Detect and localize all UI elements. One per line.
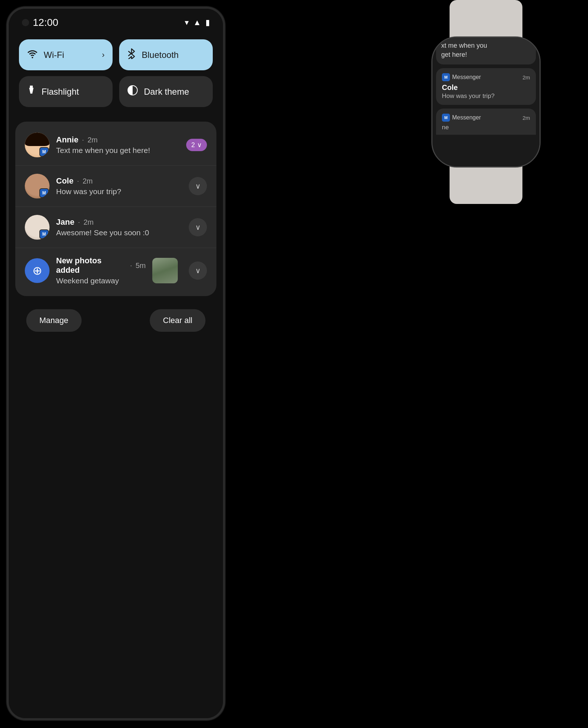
wifi-status-icon: ▾ [185, 18, 189, 27]
quick-settings-panel: Wi-Fi › Bluetooth [9, 32, 223, 117]
notif-dot-cole: · [77, 177, 79, 185]
notif-badge-count[interactable]: 2 ∨ [186, 139, 207, 151]
photos-thumbnail [152, 258, 178, 283]
svg-rect-1 [30, 92, 32, 94]
messenger-badge-icon: M [42, 149, 46, 154]
watch-time-partial: 2m [522, 115, 530, 121]
watch-notif-header-partial: M Messenger 2m [442, 114, 530, 122]
notif-message-jane: Awesome! See you soon :0 [56, 228, 182, 237]
notif-sender-photos: New photos added [56, 256, 126, 275]
notif-badge-chevron: ∨ [197, 141, 202, 149]
notif-header-jane: Jane · 2m [56, 217, 182, 227]
notif-sender-annie: Annie [56, 135, 78, 145]
messenger-badge-cole: M [39, 188, 49, 198]
notifications-panel: M Annie · 2m Text me when you get here! … [15, 122, 216, 296]
avatar-cole: M [25, 174, 50, 198]
avatar-annie: M [25, 133, 50, 157]
watch-app-info-partial: M Messenger [442, 114, 481, 122]
expand-chevron-cole: ∨ [195, 182, 201, 190]
status-right: ▾ ▲ ▮ [185, 18, 210, 27]
notification-cole[interactable]: M Cole · 2m How was your trip? ∨ [15, 166, 216, 207]
wifi-label: Wi-Fi [44, 50, 64, 60]
flashlight-label: Flashlight [42, 87, 79, 97]
qs-tile-flashlight[interactable]: Flashlight [19, 76, 113, 107]
notif-header-photos: New photos added · 5m [56, 256, 146, 275]
notif-content-cole: Cole · 2m How was your trip? [56, 176, 182, 196]
manage-button[interactable]: Manage [26, 309, 82, 332]
notification-photos[interactable]: ⊕ New photos added · 5m Weekend getaway … [15, 248, 216, 293]
notif-dot-jane: · [78, 219, 80, 226]
qs-tile-wifi[interactable]: Wi-Fi › [19, 39, 113, 70]
clear-all-button[interactable]: Clear all [150, 309, 205, 332]
notif-time-cole: 2m [83, 177, 93, 185]
avatar-photos: ⊕ [25, 258, 50, 283]
watch-case: xt me when youget here! M Messenger 2m C… [431, 36, 541, 168]
watch-notif-header-cole: M Messenger 2m [442, 73, 530, 81]
photos-icon: ⊕ [32, 264, 42, 278]
front-camera [22, 19, 29, 26]
phone-screen: 12:00 ▾ ▲ ▮ [9, 9, 223, 718]
notif-content-jane: Jane · 2m Awesome! See you soon :0 [56, 217, 182, 237]
flashlight-icon [27, 85, 36, 98]
notif-time-annie: 2m [87, 136, 98, 144]
watch-device: xt me when youget here! M Messenger 2m C… [391, 0, 581, 204]
expand-chevron-photos: ∨ [195, 266, 201, 275]
notif-content-annie: Annie · 2m Text me when you get here! [56, 135, 180, 155]
notif-message-photos: Weekend getaway [56, 276, 146, 285]
phone-device: 12:00 ▾ ▲ ▮ [7, 7, 225, 720]
status-left: 12:00 [22, 17, 58, 28]
watch-sender-cole: Cole [442, 83, 530, 92]
expand-btn-cole[interactable]: ∨ [189, 177, 207, 195]
wifi-icon [27, 49, 38, 61]
expand-btn-photos[interactable]: ∨ [189, 261, 207, 280]
watch-app-name-partial: Messenger [452, 114, 481, 121]
notif-header-annie: Annie · 2m [56, 135, 180, 145]
watch-partial-text: xt me when youget here! [441, 41, 531, 59]
watch-time-cole: 2m [522, 74, 530, 80]
notif-content-photos: New photos added · 5m Weekend getaway [56, 256, 146, 285]
watch-notif-cole: M Messenger 2m Cole How was your trip? [436, 68, 536, 105]
status-bar: 12:00 ▾ ▲ ▮ [9, 9, 223, 32]
qs-tile-bluetooth[interactable]: Bluetooth [119, 39, 213, 70]
notification-actions: Manage Clear all [15, 299, 216, 337]
expand-chevron-jane: ∨ [195, 223, 201, 232]
watch-app-name-cole: Messenger [452, 74, 481, 80]
status-time: 12:00 [33, 17, 58, 28]
qs-row-1: Wi-Fi › Bluetooth [19, 39, 213, 70]
notification-annie[interactable]: M Annie · 2m Text me when you get here! … [15, 125, 216, 166]
watch-app-info-cole: M Messenger [442, 73, 481, 81]
messenger-badge-annie: M [39, 147, 49, 157]
avatar-jane: M [25, 215, 50, 240]
messenger-badge-icon-2: M [42, 190, 46, 196]
notif-sender-cole: Cole [56, 176, 74, 186]
notif-time-photos: 5m [136, 261, 146, 270]
watch-notif-partial-bottom: M Messenger 2m ne [436, 109, 536, 135]
battery-status-icon: ▮ [205, 18, 210, 27]
notification-jane[interactable]: M Jane · 2m Awesome! See you soon :0 ∨ [15, 207, 216, 248]
expand-btn-jane[interactable]: ∨ [189, 218, 207, 236]
wifi-arrow-icon: › [102, 50, 105, 60]
messenger-badge-icon-3: M [42, 232, 46, 237]
watch-messenger-icon-2: M [442, 114, 450, 122]
watch-messenger-icon-text: M [444, 75, 447, 79]
dark-theme-icon [127, 85, 138, 98]
watch-screen: xt me when youget here! M Messenger 2m C… [432, 38, 540, 166]
messenger-badge-jane: M [39, 229, 49, 239]
bluetooth-icon [127, 48, 136, 62]
svg-rect-0 [30, 86, 33, 88]
notif-time-jane: 2m [83, 218, 94, 227]
signal-status-icon: ▲ [193, 18, 201, 27]
notif-sender-jane: Jane [56, 217, 74, 227]
notif-header-cole: Cole · 2m [56, 176, 182, 186]
watch-partial-bottom-text: ne [442, 124, 530, 131]
watch-body: xt me when youget here! M Messenger 2m C… [424, 0, 548, 204]
watch-notif-partial-top: xt me when youget here! [436, 38, 536, 64]
watch-messenger-icon-text-2: M [444, 115, 447, 120]
notif-message-cole: How was your trip? [56, 187, 182, 196]
watch-message-cole: How was your trip? [442, 93, 530, 100]
qs-tile-dark-theme[interactable]: Dark theme [119, 76, 213, 107]
notif-badge-number: 2 [191, 141, 195, 149]
watch-messenger-icon: M [442, 73, 450, 81]
notif-dot-photos: · [130, 262, 132, 269]
dark-theme-label: Dark theme [144, 87, 189, 97]
